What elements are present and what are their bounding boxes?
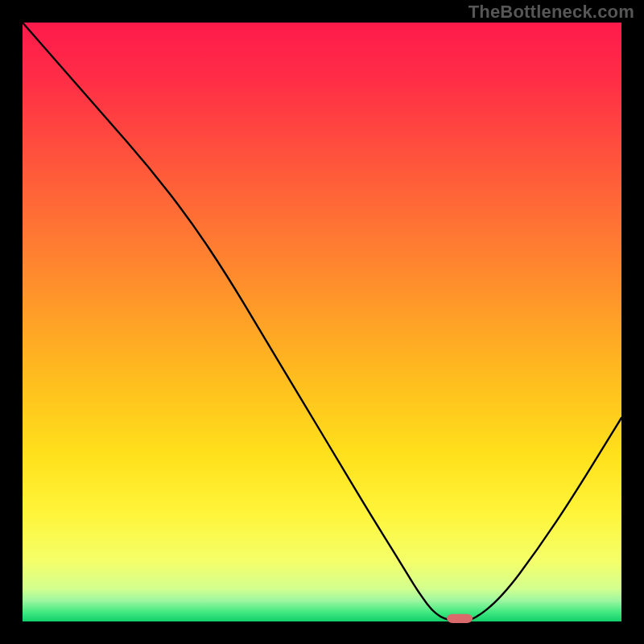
watermark-text: TheBottleneck.com	[469, 2, 634, 23]
plot-area	[23, 23, 621, 621]
chart-frame: TheBottleneck.com	[0, 0, 644, 644]
optimal-marker	[447, 614, 473, 623]
bottleneck-curve-chart	[0, 0, 644, 644]
